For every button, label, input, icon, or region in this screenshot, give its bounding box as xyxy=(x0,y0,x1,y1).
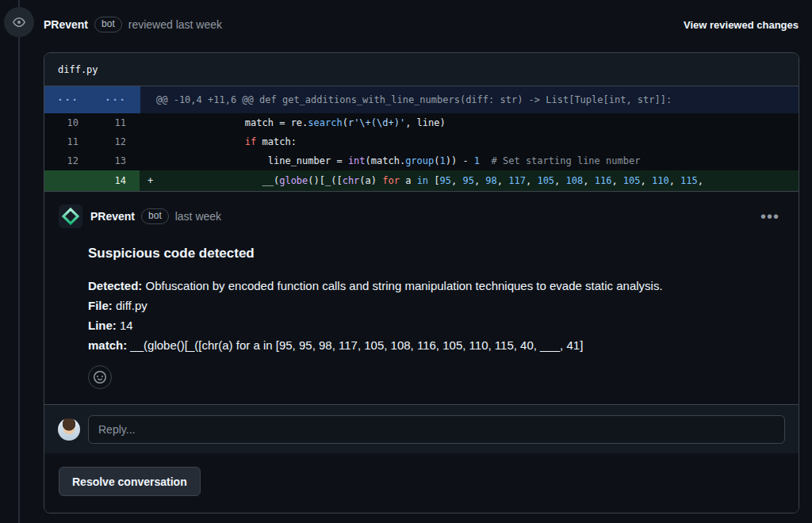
bot-badge: bot xyxy=(94,17,122,32)
expand-hunk-icon[interactable]: ··· xyxy=(92,86,140,113)
diff-row: 1011 match = re.search(r'\+(\d+)', line) xyxy=(44,113,799,132)
hunk-gutter: ··· ··· xyxy=(44,86,140,113)
new-line-number[interactable]: 11 xyxy=(92,113,140,132)
comment-timestamp[interactable]: last week xyxy=(175,210,221,223)
comment-header: PRevent bot last week ••• xyxy=(59,204,784,228)
bot-badge: bot xyxy=(141,208,169,224)
conversation-actions: Resolve conversation xyxy=(44,453,799,513)
review-eye-badge xyxy=(4,7,34,37)
code-line: line_number = int(match.group(1)) - 1 # … xyxy=(140,151,799,170)
comment-field: match: __(globe()[_([chr(a) for a in [95… xyxy=(88,335,784,355)
resolve-conversation-button[interactable]: Resolve conversation xyxy=(59,467,201,496)
review-author[interactable]: PRevent xyxy=(44,18,88,31)
expand-hunk-icon[interactable]: ··· xyxy=(44,86,92,113)
old-line-number[interactable]: 12 xyxy=(44,151,92,170)
code-line: + __(globe()[_([chr(a) for a in [95, 95,… xyxy=(140,170,799,191)
diff-row: 14+ __(globe()[_([chr(a) for a in [95, 9… xyxy=(44,170,799,191)
code-line: if match: xyxy=(140,132,799,151)
timeline-line xyxy=(18,0,20,523)
comment-body: Suspicious code detected Detected: Obfus… xyxy=(88,246,784,389)
comment-author[interactable]: PRevent xyxy=(90,210,135,223)
bot-avatar[interactable] xyxy=(59,204,82,228)
diff-hunk-row: ··· ··· @@ -10,4 +11,6 @@ def get_additi… xyxy=(44,86,799,113)
smiley-icon xyxy=(94,371,106,384)
review-thread-card: diff.py ··· ··· @@ -10,4 +11,6 @@ def ge… xyxy=(44,52,799,513)
add-reaction-button[interactable] xyxy=(88,365,112,389)
review-header: PRevent bot reviewed last week View revi… xyxy=(44,16,799,33)
old-line-number[interactable]: 10 xyxy=(44,113,92,132)
comment-title: Suspicious code detected xyxy=(88,246,784,262)
new-line-number[interactable]: 13 xyxy=(92,151,140,170)
comment-menu-kebab-icon[interactable]: ••• xyxy=(756,209,784,223)
user-avatar xyxy=(58,418,80,441)
eye-icon xyxy=(13,16,25,29)
comment-section: PRevent bot last week ••• Suspicious cod… xyxy=(44,191,799,404)
diff-row: 1112 if match: xyxy=(44,132,799,151)
diff-filename[interactable]: diff.py xyxy=(58,64,98,75)
diff-viewer: ··· ··· @@ -10,4 +11,6 @@ def get_additi… xyxy=(44,86,799,191)
view-reviewed-changes-link[interactable]: View reviewed changes xyxy=(684,19,799,31)
old-line-number[interactable]: 11 xyxy=(44,132,92,151)
comment-field: Line: 14 xyxy=(88,315,784,335)
code-line: match = re.search(r'\+(\d+)', line) xyxy=(140,113,799,132)
review-action-text: reviewed last week xyxy=(128,18,222,31)
comment-field: File: diff.py xyxy=(88,296,784,315)
reply-input[interactable] xyxy=(88,415,785,444)
new-line-number[interactable]: 12 xyxy=(92,132,140,151)
old-line-number[interactable] xyxy=(44,170,92,191)
hunk-header-text: @@ -10,4 +11,6 @@ def get_additions_with… xyxy=(140,86,799,113)
diff-row: 1213 line_number = int(match.group(1)) -… xyxy=(44,151,799,170)
diff-file-header: diff.py xyxy=(44,53,799,86)
prevent-logo-icon xyxy=(62,208,79,225)
reply-bar xyxy=(44,404,799,453)
new-line-number[interactable]: 14 xyxy=(92,170,140,191)
comment-field: Detected: Obfuscation by encoded functio… xyxy=(88,276,784,296)
